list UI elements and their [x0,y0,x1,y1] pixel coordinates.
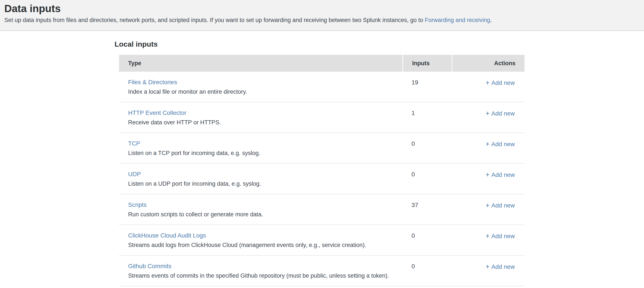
input-count: 0 [402,225,452,255]
column-header-inputs: Inputs [403,55,452,72]
type-cell: Github Commits Streams events of commits… [119,256,402,286]
add-new-label: Add new [491,110,515,117]
plus-icon: + [486,171,490,179]
input-type-description: Listen on a UDP port for incoming data, … [128,180,398,187]
plus-icon: + [486,79,490,87]
input-count: 0 [402,133,452,163]
plus-icon: + [486,263,490,270]
actions-cell: +Add new [452,225,524,255]
page-title: Data inputs [4,3,639,15]
actions-cell: +Add new [452,102,524,133]
page-subtitle: Set up data inputs from files and direct… [4,16,639,24]
input-type-link[interactable]: Files & Directories [128,79,177,86]
add-new-link[interactable]: +Add new [486,141,515,147]
local-inputs-table: Type Inputs Actions Files & Directories … [119,55,524,286]
table-row: ClickHouse Cloud Audit Logs Streams audi… [119,225,524,256]
input-count: 0 [402,164,452,194]
actions-cell: +Add new [452,194,524,224]
add-new-label: Add new [491,141,515,147]
actions-cell: +Add new [452,164,524,194]
table-row: HTTP Event Collector Receive data over H… [119,102,524,133]
table-row: Scripts Run custom scripts to collect or… [119,194,524,225]
input-type-description: Streams audit logs from ClickHouse Cloud… [128,241,398,248]
input-count: 0 [402,256,452,286]
type-cell: TCP Listen on a TCP port for incoming da… [119,133,402,163]
type-cell: Files & Directories Index a local file o… [119,72,402,102]
table-row: Github Commits Streams events of commits… [119,256,524,286]
input-type-description: Receive data over HTTP or HTTPS. [128,119,398,126]
input-count: 19 [402,72,452,102]
add-new-label: Add new [491,202,515,209]
table-row: TCP Listen on a TCP port for incoming da… [119,133,524,164]
plus-icon: + [486,232,490,240]
table-row: UDP Listen on a UDP port for incoming da… [119,164,524,194]
input-type-description: Streams events of commits in the specifi… [128,272,398,279]
add-new-label: Add new [491,80,515,86]
add-new-label: Add new [491,171,515,178]
plus-icon: + [486,201,490,209]
add-new-label: Add new [491,263,515,270]
page-subtitle-text: Set up data inputs from files and direct… [4,17,425,23]
input-type-link[interactable]: Github Commits [128,262,172,270]
input-type-link[interactable]: UDP [128,171,141,178]
input-type-description: Index a local file or monitor an entire … [128,88,398,95]
add-new-link[interactable]: +Add new [486,202,515,209]
input-count: 1 [402,102,452,133]
input-type-link[interactable]: TCP [128,140,140,147]
plus-icon: + [486,140,490,148]
input-type-description: Run custom scripts to collect or generat… [128,211,398,218]
add-new-link[interactable]: +Add new [486,110,515,117]
type-cell: HTTP Event Collector Receive data over H… [119,102,402,133]
actions-cell: +Add new [452,72,524,102]
input-count: 37 [402,194,452,224]
input-type-link[interactable]: Scripts [128,201,147,208]
forwarding-receiving-link[interactable]: Forwarding and receiving [425,17,490,23]
table-header-row: Type Inputs Actions [119,55,524,72]
add-new-link[interactable]: +Add new [486,263,515,270]
actions-cell: +Add new [452,256,524,286]
add-new-link[interactable]: +Add new [486,171,515,178]
actions-cell: +Add new [452,133,524,163]
input-type-link[interactable]: ClickHouse Cloud Audit Logs [128,232,206,239]
type-cell: ClickHouse Cloud Audit Logs Streams audi… [119,225,402,255]
page-subtitle-suffix: . [490,17,492,23]
input-type-link[interactable]: HTTP Event Collector [128,109,186,117]
column-header-actions: Actions [452,55,524,72]
add-new-link[interactable]: +Add new [486,233,515,239]
table-row: Files & Directories Index a local file o… [119,72,524,102]
page-header: Data inputs Set up data inputs from file… [0,0,644,31]
plus-icon: + [486,109,490,117]
section-title-local-inputs: Local inputs [114,40,644,48]
column-header-type: Type [119,55,402,72]
input-type-description: Listen on a TCP port for incoming data, … [128,150,398,157]
type-cell: Scripts Run custom scripts to collect or… [119,194,402,224]
add-new-link[interactable]: +Add new [486,80,515,86]
type-cell: UDP Listen on a UDP port for incoming da… [119,164,402,194]
add-new-label: Add new [491,233,515,239]
